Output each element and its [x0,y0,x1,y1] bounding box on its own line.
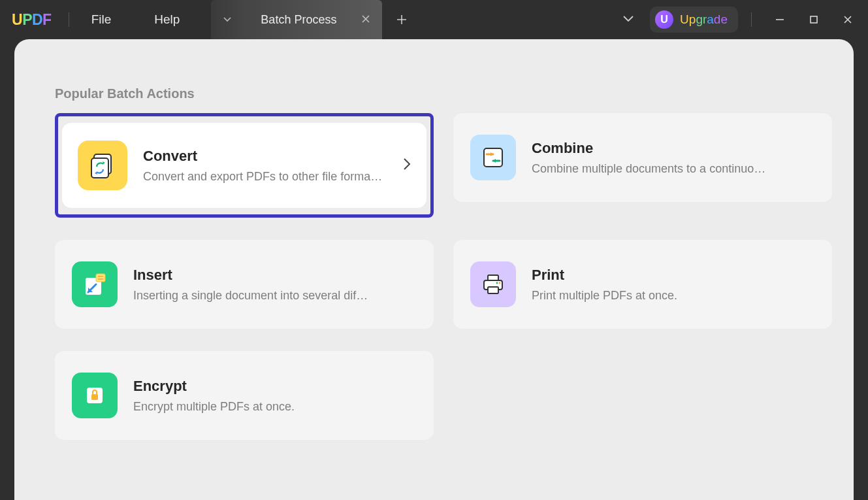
card-body: Insert Inserting a single document into … [133,267,417,303]
svg-rect-12 [91,394,98,400]
avatar: U [655,10,673,29]
menu-help[interactable]: Help [149,10,185,29]
chevron-down-icon [622,15,634,23]
encrypt-icon [72,373,118,418]
section-title: Popular Batch Actions [55,86,813,101]
card-body: Print Print multiple PDFs at once. [532,267,815,303]
card-slot-insert: Insert Inserting a single document into … [55,240,434,329]
card-combine[interactable]: Combine Combine multiple documents to a … [453,113,832,202]
separator [751,12,752,27]
card-title: Combine [532,140,815,157]
minimize-icon [775,14,785,25]
upgrade-button[interactable]: U Upgrade [650,7,738,33]
card-title: Print [532,267,815,284]
content-area: Popular Batch Actions Convert C [14,39,854,500]
tabs-overflow-button[interactable] [611,10,646,29]
card-description: Inserting a single document into several… [133,289,417,303]
close-icon [843,14,853,25]
card-body: Combine Combine multiple documents to a … [532,140,815,176]
titlebar-right: U Upgrade [611,7,863,33]
svg-point-10 [499,282,501,284]
svg-point-9 [496,282,498,284]
svg-rect-0 [811,16,817,23]
print-icon [470,261,516,307]
separator [69,12,69,27]
card-slot-combine: Combine Combine multiple documents to a … [453,113,832,202]
window-maximize-button[interactable] [799,9,829,30]
new-tab-button[interactable] [382,0,421,39]
svg-rect-8 [488,287,498,293]
window-close-button[interactable] [833,9,863,30]
titlebar: UPDF File Help Batch Process U Upgrade [0,0,868,39]
caret-down-icon [223,17,231,22]
convert-icon [78,141,127,190]
upgrade-label: Upgrade [680,12,728,27]
tab-batch-process[interactable]: Batch Process [244,0,382,39]
card-description: Combine multiple documents to a continuo… [532,162,815,176]
card-slot-convert: Convert Convert and export PDFs to other… [55,113,434,218]
insert-icon [72,261,118,307]
menu-file[interactable]: File [86,10,117,29]
tab-area: Batch Process [211,0,421,39]
chevron-right-icon [403,158,411,173]
card-body: Convert Convert and export PDFs to other… [143,148,387,184]
card-title: Encrypt [133,378,417,395]
tab-label: Batch Process [261,13,336,27]
svg-rect-3 [484,148,502,167]
cards-grid: Convert Convert and export PDFs to other… [55,113,813,440]
card-description: Encrypt multiple PDFs at once. [133,400,417,414]
card-print[interactable]: Print Print multiple PDFs at once. [453,240,832,329]
card-title: Convert [143,148,387,165]
svg-rect-5 [96,274,105,282]
card-slot-encrypt: Encrypt Encrypt multiple PDFs at once. [55,351,434,440]
tab-close-button[interactable] [359,10,373,29]
maximize-icon [809,15,818,24]
card-slot-print: Print Print multiple PDFs at once. [453,240,832,329]
card-description: Convert and export PDFs to other file fo… [143,170,387,184]
card-convert[interactable]: Convert Convert and export PDFs to other… [62,123,426,208]
card-insert[interactable]: Insert Inserting a single document into … [55,240,434,329]
svg-rect-6 [488,275,498,280]
close-icon [361,14,370,24]
app-logo: UPDF [12,11,52,29]
plus-icon [396,14,408,25]
window-minimize-button[interactable] [765,9,795,30]
svg-rect-2 [91,158,108,178]
card-description: Print multiple PDFs at once. [532,289,815,303]
card-encrypt[interactable]: Encrypt Encrypt multiple PDFs at once. [55,351,434,440]
card-title: Insert [133,267,417,284]
tab-dropdown-button[interactable] [211,0,244,39]
combine-icon [470,135,516,180]
card-body: Encrypt Encrypt multiple PDFs at once. [133,378,417,414]
